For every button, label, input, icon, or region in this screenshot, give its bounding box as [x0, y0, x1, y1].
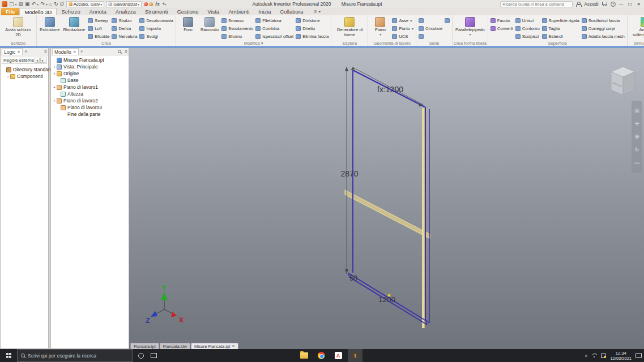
tray-app-icon[interactable]: [601, 354, 606, 358]
avvia-schizzo-2d-button[interactable]: Avvia schizzo 2D: [2, 16, 35, 38]
rivoluzione-button[interactable]: Rivoluzione: [62, 16, 86, 33]
tree-item-fine-della-parte[interactable]: Fine della parte: [51, 111, 129, 118]
punto-button[interactable]: Punto▾: [391, 25, 414, 32]
close-icon[interactable]: ✕: [232, 344, 234, 348]
chevron-down-icon[interactable]: ▾: [46, 2, 48, 6]
nav-left-button[interactable]: ◂: [35, 58, 40, 63]
doc-tab-fiancata-idw[interactable]: Fiancata.idw: [160, 343, 190, 349]
home-icon[interactable]: ⌂: [49, 2, 52, 7]
material-dropdown[interactable]: Acciaio, Galv ▾: [66, 1, 105, 7]
circolare-button[interactable]: Circolare: [418, 25, 443, 32]
search-icon[interactable]: [118, 50, 121, 53]
estendi-button[interactable]: Estendi: [541, 33, 580, 40]
faccia-button[interactable]: Faccia: [490, 17, 514, 24]
tab-ambienti[interactable]: Ambienti: [224, 8, 254, 15]
expander-icon[interactable]: +: [52, 99, 57, 103]
unisci-button[interactable]: Unisci: [515, 17, 540, 24]
taskbar-app-autocad[interactable]: A: [331, 349, 346, 362]
taskbar-search-input[interactable]: Scrivi qui per eseguire la ricerca: [17, 349, 133, 362]
chevron-down-icon[interactable]: ▾: [15, 2, 17, 6]
expander-icon[interactable]: ›: [6, 75, 10, 79]
dim-left-label[interactable]: 2870: [340, 169, 358, 178]
expander-icon[interactable]: +: [52, 72, 57, 76]
help-icon[interactable]: ?: [611, 2, 616, 7]
divisione-button[interactable]: Divisione: [295, 17, 329, 24]
new-file-icon[interactable]: ▢: [9, 2, 14, 7]
importa-button[interactable]: Importa: [139, 25, 174, 32]
navigation-wheel-icon[interactable]: ◎: [634, 108, 639, 114]
sostituisci-faccia-button[interactable]: Sostituisci faccia: [581, 17, 625, 24]
restore-button[interactable]: ▢: [628, 2, 633, 7]
elicoide-button[interactable]: Elicoide: [87, 33, 110, 40]
pan-icon[interactable]: ✛: [634, 121, 639, 127]
doc-tab-fiancata-ipt[interactable]: Fiancata.ipt: [130, 343, 159, 349]
tab-strumenti[interactable]: Strumenti: [140, 8, 173, 15]
open-icon[interactable]: ▤: [19, 2, 24, 7]
expander-icon[interactable]: +: [52, 85, 57, 89]
svolgi-button[interactable]: Svolgi: [139, 33, 174, 40]
taskbar-clock[interactable]: 12.34 12/03/2021: [610, 351, 632, 361]
dim-corner-label[interactable]: 50: [349, 274, 357, 282]
loft-button[interactable]: Loft: [87, 25, 110, 32]
tab-schizzo[interactable]: Schizzo: [57, 8, 84, 15]
estrusione-button[interactable]: Estrusione: [39, 16, 61, 33]
tab-modello-3d[interactable]: Modello 3D: [19, 8, 57, 15]
action-center-icon[interactable]: [636, 353, 642, 358]
nav-right-button[interactable]: ▸: [40, 58, 45, 63]
taskbar-app-chrome[interactable]: [314, 349, 329, 362]
superficie-rigata-button[interactable]: Superficie rigata: [541, 17, 580, 24]
parameters-fx-button[interactable]: fx: [155, 1, 160, 7]
nervatura-button[interactable]: Nervatura: [111, 33, 138, 40]
ribbon-overflow-button[interactable]: ⊙ ▾: [313, 9, 321, 15]
cortana-button[interactable]: [138, 353, 144, 359]
viewport-3d[interactable]: fx:1200 2870 50 1200 Y Z X FRONTE ◎✛⊕↻▭ …: [129, 48, 644, 349]
adjust-color-icon[interactable]: [144, 2, 148, 6]
task-view-button[interactable]: [151, 353, 157, 358]
scolpisci-button[interactable]: Scolpisci: [515, 33, 540, 40]
ucs-button[interactable]: UCS: [391, 33, 414, 40]
view-cube[interactable]: FRONTE: [611, 67, 635, 95]
tab-analizza[interactable]: Analizza: [111, 8, 140, 15]
tree-item-piano-di-lavoro3[interactable]: Piano di lavoro3: [51, 104, 129, 111]
adjust-appearance-icon[interactable]: [149, 2, 153, 6]
help-search-input[interactable]: Ricerca Guida in linea e comand: [500, 1, 573, 7]
wifi-icon[interactable]: [591, 354, 597, 358]
combina-button[interactable]: Combina: [255, 25, 294, 32]
orbit-icon[interactable]: ↻: [634, 147, 639, 153]
piano-button[interactable]: Piano▾: [370, 16, 390, 37]
sign-in-button[interactable]: Accedi: [584, 1, 599, 7]
elimina-faccia-button[interactable]: Elimina faccia: [295, 33, 329, 40]
taglia-button[interactable]: Taglia: [541, 25, 580, 32]
undo-icon[interactable]: ↶: [32, 2, 36, 7]
doc-tab-misure-fiancata-ipt[interactable]: Misure Fiancata.ipt✕: [191, 343, 238, 349]
decalcomania-button[interactable]: Decalcomania: [139, 17, 174, 24]
correggi-corpi-button[interactable]: Correggi corpi: [581, 25, 625, 32]
mirror-button[interactable]: [444, 17, 450, 24]
tree-item-piano-di-lavoro2[interactable]: +Piano di lavoro2: [51, 97, 129, 104]
logic-panel-tab[interactable]: Logic ✕: [2, 48, 23, 55]
svuotamento-button[interactable]: Svuotamento: [221, 25, 254, 32]
tree-item-misure-fiancata-ipt[interactable]: Misure Fiancata.ipt: [51, 57, 129, 63]
smusso-button[interactable]: Smusso: [221, 17, 254, 24]
tree-item-piano-di-lavoro1[interactable]: +Piano di lavoro1: [51, 84, 129, 90]
tab-vista[interactable]: Vista: [203, 8, 224, 15]
close-icon[interactable]: ✕: [17, 50, 20, 54]
tree-item-vista-principale[interactable]: +Vista: Principale: [51, 63, 129, 70]
raccordo-button[interactable]: Raccordo: [199, 16, 220, 33]
parallelepipedo-button[interactable]: Parallelepipedo▾: [454, 16, 486, 37]
adatta-faccia-mesh-button[interactable]: Adatta faccia mesh: [581, 33, 625, 40]
start-button[interactable]: [0, 349, 17, 362]
close-icon[interactable]: ✕: [73, 50, 76, 54]
diretto-button[interactable]: Diretto: [295, 25, 329, 32]
store-icon[interactable]: [602, 2, 607, 5]
dim-top-label[interactable]: fx:1200: [377, 85, 403, 94]
model-panel-tab[interactable]: Modello ✕: [52, 48, 79, 55]
minimize-button[interactable]: —: [619, 2, 624, 7]
asse-button[interactable]: Asse▾: [391, 17, 414, 24]
tree-item-altezza[interactable]: Altezza: [51, 90, 129, 97]
tree-item-componenti[interactable]: ›Componenti: [1, 73, 48, 80]
tree-item-directory-standard[interactable]: Directory standard: [1, 66, 48, 73]
tray-expand-icon[interactable]: ∧: [585, 354, 587, 358]
close-button[interactable]: ✕: [637, 2, 641, 7]
inventor-logo[interactable]: [2, 1, 7, 7]
